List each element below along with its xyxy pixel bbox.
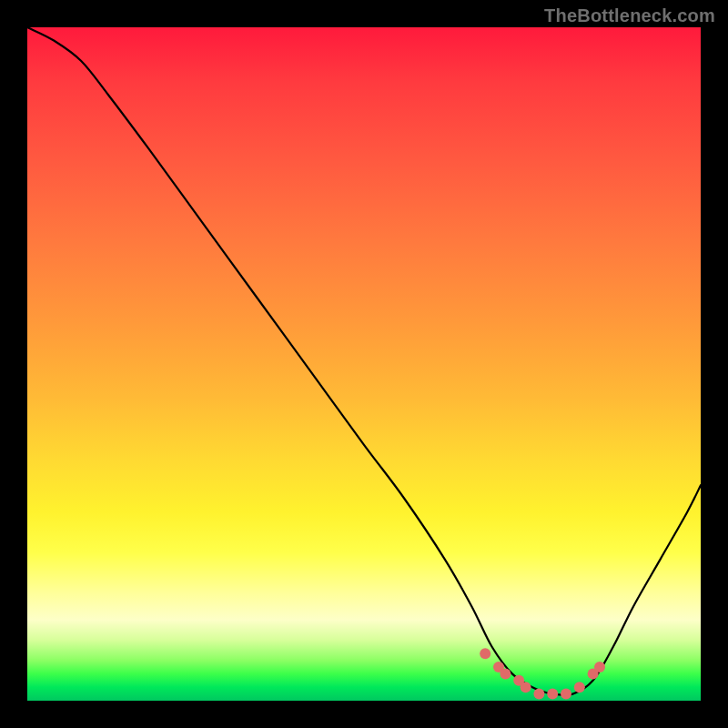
highlight-dot bbox=[480, 648, 490, 659]
highlight-dot bbox=[521, 682, 531, 693]
highlight-dot bbox=[594, 662, 605, 672]
highlight-dot bbox=[574, 682, 585, 693]
watermark-text: TheBottleneck.com bbox=[544, 5, 715, 26]
bottleneck-curve bbox=[27, 27, 701, 695]
chart-frame: TheBottleneck.com bbox=[0, 0, 728, 728]
highlight-dot bbox=[547, 689, 558, 700]
highlight-dot bbox=[500, 668, 511, 679]
curve-layer bbox=[27, 27, 701, 701]
highlight-dot bbox=[533, 689, 544, 700]
highlight-dot bbox=[561, 689, 571, 700]
plot-area bbox=[27, 27, 701, 701]
